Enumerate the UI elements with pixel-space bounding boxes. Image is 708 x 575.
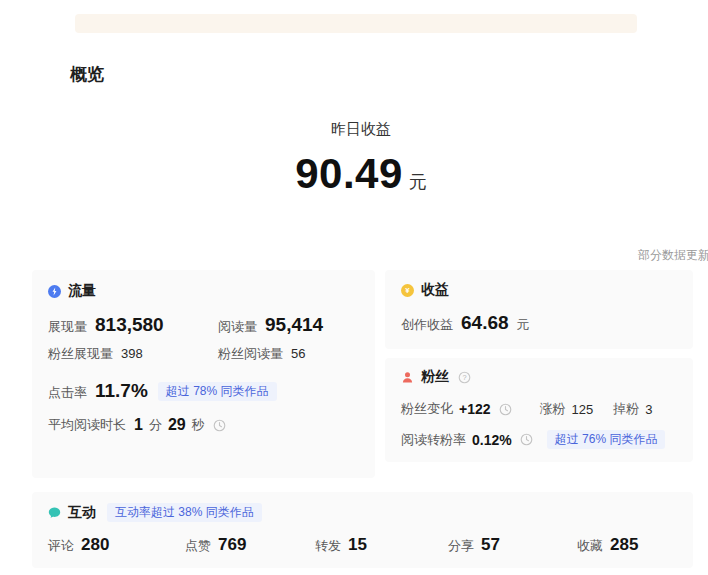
- yesterday-earnings-value-row: 90.49元: [14, 150, 708, 198]
- read-time-seconds-unit: 秒: [192, 416, 205, 434]
- read-time-seconds: 29: [168, 416, 186, 434]
- yesterday-earnings-label: 昨日收益: [14, 120, 708, 139]
- delayed-clock-icon: [520, 433, 533, 446]
- traffic-card-header: 流量: [48, 282, 359, 300]
- conversion-percentile-badge: 超过 76% 同类作品: [547, 430, 666, 449]
- interaction-percentile-badge: 互动率超过 38% 同类作品: [107, 503, 262, 522]
- fans-change-label: 粉丝变化: [401, 400, 453, 418]
- page-title: 概览: [70, 63, 104, 86]
- fans-card-title: 粉丝: [421, 368, 449, 386]
- creation-revenue-label: 创作收益: [401, 316, 453, 334]
- yesterday-earnings-block: 昨日收益 90.49元: [14, 120, 708, 198]
- read-time-label: 平均阅读时长: [48, 416, 126, 434]
- favorites-label: 收藏: [577, 537, 603, 555]
- delayed-clock-icon: [213, 419, 226, 432]
- creation-revenue-value: 64.68: [461, 312, 509, 334]
- favorites-value: 285: [610, 535, 638, 555]
- fan-reads-metric: 粉丝阅读量 56: [218, 345, 359, 363]
- ctr-value: 11.7%: [95, 380, 148, 402]
- ctr-row: 点击率 11.7% 超过 78% 同类作品: [48, 380, 359, 402]
- likes-metric: 点赞 769: [185, 535, 315, 555]
- reads-value: 95,414: [265, 314, 323, 336]
- fan-impressions-label: 粉丝展现量: [48, 345, 113, 363]
- fans-icon: [401, 371, 414, 384]
- fans-loss-label: 掉粉: [613, 400, 639, 418]
- fan-reads-label: 粉丝阅读量: [218, 345, 283, 363]
- yesterday-earnings-unit: 元: [409, 172, 427, 192]
- impressions-metric: 展现量 813,580: [48, 314, 218, 336]
- ctr-percentile-badge: 超过 78% 同类作品: [158, 382, 277, 401]
- traffic-icon: [48, 285, 61, 298]
- fans-gain-value: 125: [572, 402, 594, 417]
- reads-metric: 阅读量 95,414: [218, 314, 359, 336]
- fans-gain-label: 涨粉: [540, 400, 566, 418]
- impressions-label: 展现量: [48, 318, 87, 336]
- creation-revenue-unit: 元: [517, 316, 530, 334]
- shares-label: 分享: [448, 537, 474, 555]
- fan-conversion-label: 阅读转粉率: [401, 431, 466, 449]
- fans-change-value: +122: [459, 401, 491, 417]
- reposts-label: 转发: [315, 537, 341, 555]
- help-icon[interactable]: ?: [458, 371, 471, 384]
- interaction-card-title: 互动: [68, 504, 96, 522]
- ctr-metric: 点击率 11.7%: [48, 380, 148, 402]
- traffic-card: 流量 展现量 813,580 阅读量 95,414 粉丝展现量 398 粉丝阅读…: [32, 270, 375, 478]
- revenue-icon: ¥: [401, 284, 414, 297]
- read-time-minutes-unit: 分: [149, 416, 162, 434]
- shares-value: 57: [481, 535, 500, 555]
- fan-conversion-value: 0.12%: [472, 432, 512, 448]
- interaction-icon: [48, 506, 61, 519]
- traffic-card-title: 流量: [68, 282, 96, 300]
- svg-text:¥: ¥: [405, 286, 410, 295]
- top-banner: [75, 14, 637, 33]
- interaction-card-header: 互动 互动率超过 38% 同类作品: [48, 503, 677, 522]
- fan-impressions-metric: 粉丝展现量 398: [48, 345, 218, 363]
- comments-label: 评论: [48, 537, 74, 555]
- fan-reads-value: 56: [291, 346, 305, 361]
- revenue-card-header: ¥ 收益: [401, 281, 677, 299]
- delayed-clock-icon: [499, 403, 512, 416]
- stats-cards: 流量 展现量 813,580 阅读量 95,414 粉丝展现量 398 粉丝阅读…: [32, 270, 693, 568]
- traffic-metrics: 展现量 813,580 阅读量 95,414 粉丝展现量 398 粉丝阅读量 5…: [48, 314, 359, 363]
- fan-conversion-row: 阅读转粉率 0.12% 超过 76% 同类作品: [401, 430, 677, 449]
- interaction-stats: 评论 280 点赞 769 转发 15 分享 57 收藏 285: [48, 535, 677, 555]
- likes-label: 点赞: [185, 537, 211, 555]
- revenue-card: ¥ 收益 创作收益 64.68 元: [385, 270, 693, 349]
- impressions-value: 813,580: [95, 314, 164, 336]
- fans-card-header: 粉丝 ?: [401, 368, 677, 386]
- fans-change-row: 粉丝变化 +122 涨粉 125 掉粉 3: [401, 400, 677, 418]
- read-time-row: 平均阅读时长 1 分 29 秒: [48, 416, 359, 434]
- creation-revenue-metric: 创作收益 64.68 元: [401, 312, 677, 334]
- interaction-card: 互动 互动率超过 38% 同类作品 评论 280 点赞 769 转发 15 分享…: [32, 492, 693, 568]
- reads-label: 阅读量: [218, 318, 257, 336]
- shares-metric: 分享 57: [448, 535, 577, 555]
- svg-text:?: ?: [462, 373, 466, 382]
- read-time-minutes: 1: [134, 416, 143, 434]
- favorites-metric: 收藏 285: [577, 535, 677, 555]
- reposts-metric: 转发 15: [315, 535, 448, 555]
- likes-value: 769: [218, 535, 246, 555]
- yesterday-earnings-value: 90.49: [295, 150, 403, 197]
- ctr-label: 点击率: [48, 384, 87, 402]
- reposts-value: 15: [348, 535, 367, 555]
- fan-impressions-value: 398: [121, 346, 143, 361]
- fans-loss-value: 3: [645, 402, 652, 417]
- fans-card: 粉丝 ? 粉丝变化 +122 涨粉 125 掉粉 3: [385, 358, 693, 462]
- data-update-notice: 部分数据更新有: [638, 247, 708, 264]
- comments-metric: 评论 280: [48, 535, 185, 555]
- revenue-card-title: 收益: [421, 281, 449, 299]
- comments-value: 280: [81, 535, 109, 555]
